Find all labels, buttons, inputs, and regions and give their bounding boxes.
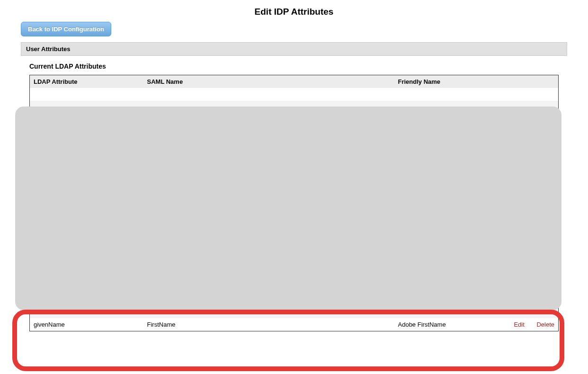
col-header-friendly: Friendly Name	[394, 75, 510, 89]
col-header-saml: SAML Name	[143, 75, 394, 89]
cell-ldap: givenName	[30, 318, 143, 331]
user-attributes-section-header: User Attributes	[21, 42, 567, 56]
table-row: givenNameFirstNameAdobe FirstNameEditDel…	[30, 318, 559, 331]
col-header-ldap: LDAP Attribute	[30, 75, 143, 89]
edit-link[interactable]: Edit	[514, 321, 524, 328]
back-to-idp-config-button[interactable]: Back to IDP Configuration	[21, 22, 111, 36]
redacted-overlay	[15, 107, 561, 310]
page-title: Edit IDP Attributes	[21, 0, 567, 22]
cell-saml: FirstName	[143, 318, 394, 331]
cell-friendly: Adobe FirstName	[394, 318, 510, 331]
current-ldap-attributes-title: Current LDAP Attributes	[29, 62, 559, 70]
delete-link[interactable]: Delete	[536, 321, 554, 328]
table-row	[30, 88, 559, 101]
